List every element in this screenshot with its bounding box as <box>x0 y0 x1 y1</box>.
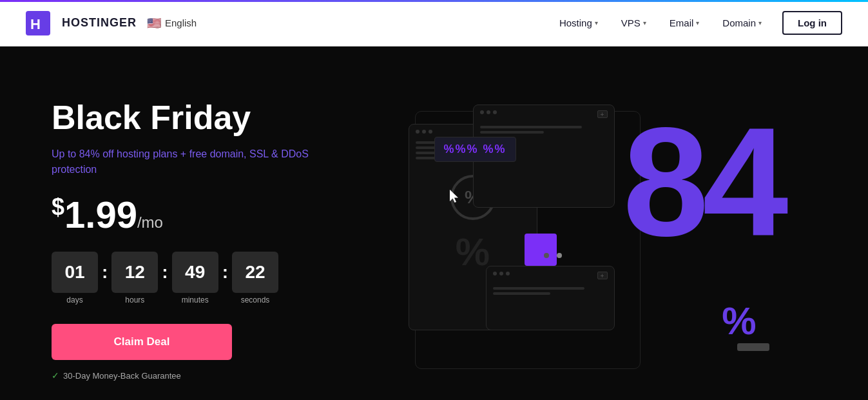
nav-vps-label: VPS <box>621 17 641 28</box>
minutes-box: 49 <box>172 252 218 293</box>
top-bar <box>0 0 868 2</box>
chevron-down-icon: ▾ <box>595 19 598 26</box>
hours-label: hours <box>125 295 144 305</box>
price-dollar-sign: $ <box>52 194 64 220</box>
hours-box: 12 <box>111 252 158 293</box>
hero-content: Black Friday Up to 84% off hosting plans… <box>52 99 361 381</box>
main-nav: Hosting ▾ VPS ▾ Email ▾ Domain ▾ Log in <box>550 11 842 35</box>
card-top-dot-1 <box>480 110 484 114</box>
card-top-lines <box>474 123 614 136</box>
nav-vps[interactable]: VPS ▾ <box>612 12 655 34</box>
language-label: English <box>165 17 197 28</box>
browser-plus[interactable]: + <box>597 272 608 279</box>
hero-title: Black Friday <box>52 99 361 136</box>
card-dot-1 <box>416 130 420 134</box>
browser-line-2 <box>493 292 550 295</box>
flag-icon: 🇺🇸 <box>147 16 161 30</box>
header: H HOSTINGER 🇺🇸 English Hosting ▾ VPS ▾ E… <box>0 0 868 46</box>
browser-dot-1 <box>493 272 497 275</box>
logo-icon[interactable]: H <box>26 11 50 35</box>
minutes-label: minutes <box>182 295 209 305</box>
logo-area: H HOSTINGER <box>26 11 137 35</box>
countdown-hours: 12 hours <box>111 252 158 305</box>
card-top-dot-2 <box>487 110 490 114</box>
browser-line-1 <box>493 287 584 290</box>
plus-icon: + <box>601 111 604 118</box>
hero-section: Black Friday Up to 84% off hosting plans… <box>0 46 868 400</box>
nav-domain[interactable]: Domain ▾ <box>713 12 771 34</box>
nav-email-label: Email <box>670 17 694 28</box>
ui-card-browser: + <box>486 266 615 330</box>
nav-email[interactable]: Email ▾ <box>661 12 709 34</box>
seconds-label: seconds <box>241 295 270 305</box>
countdown-days: 01 days <box>52 252 98 305</box>
card-dot-3 <box>429 130 432 134</box>
price-value: 1.99 <box>64 194 137 235</box>
gray-bar-bottom <box>737 343 769 351</box>
checkmark-icon: ✓ <box>52 370 59 381</box>
nav-hosting-label: Hosting <box>559 17 592 28</box>
days-label: days <box>66 295 82 305</box>
browser-dot-3 <box>506 272 510 275</box>
chevron-down-icon: ▾ <box>758 19 762 26</box>
purple-accent-box <box>525 234 557 266</box>
login-button[interactable]: Log in <box>782 11 842 35</box>
card-tl-1 <box>480 126 582 128</box>
countdown-seconds: 22 seconds <box>232 252 278 305</box>
hero-illustration: %%% %% % % <box>361 85 816 395</box>
card-top-plus[interactable]: + <box>597 110 608 118</box>
hostinger-logo-svg: H <box>26 11 50 35</box>
price-display: $1.99/mo <box>52 195 361 234</box>
percent-bar-text: %%% %% <box>444 143 506 155</box>
cursor-svg <box>447 188 463 204</box>
countdown-minutes: 49 minutes <box>172 252 218 305</box>
money-back-guarantee: ✓ 30-Day Money-Back Guarantee <box>52 370 361 381</box>
percent-bar: %%% %% <box>434 137 516 162</box>
illustration-container: %%% %% % % <box>396 98 782 382</box>
seconds-box: 22 <box>232 252 278 293</box>
card-top-dots: + <box>474 105 614 123</box>
separator-1: : <box>102 252 108 283</box>
separator-3: : <box>222 252 228 283</box>
countdown-timer: 01 days : 12 hours : 49 minutes : 22 sec… <box>52 252 361 305</box>
chevron-down-icon: ▾ <box>643 19 646 26</box>
connector-dot-2 <box>557 253 562 258</box>
nav-domain-label: Domain <box>722 17 756 28</box>
hero-subtitle: Up to 84% off hosting plans + free domai… <box>52 146 335 177</box>
card-dot-2 <box>422 130 426 134</box>
number-84: 84 <box>623 95 782 268</box>
card-tl-2 <box>480 131 544 134</box>
plus-icon-2: + <box>601 272 604 279</box>
logo-text: HOSTINGER <box>62 16 137 30</box>
chevron-down-icon: ▾ <box>696 19 699 26</box>
big-percent-sign: % <box>722 299 756 343</box>
card-top-dot-3 <box>493 110 497 114</box>
separator-2: : <box>162 252 168 283</box>
browser-dots: + <box>487 266 614 285</box>
days-box: 01 <box>52 252 98 293</box>
connector-dot-1 <box>544 253 549 258</box>
money-back-label: 30-Day Money-Back Guarantee <box>63 371 181 381</box>
browser-dot-2 <box>499 272 503 275</box>
language-selector[interactable]: 🇺🇸 English <box>147 16 197 30</box>
cursor-icon <box>447 188 463 208</box>
svg-text:H: H <box>30 16 41 32</box>
price-per-month: /mo <box>137 214 163 231</box>
nav-hosting[interactable]: Hosting ▾ <box>550 12 607 34</box>
claim-deal-button[interactable]: Claim Deal <box>52 324 232 360</box>
big-84-number: 84 <box>623 105 782 259</box>
browser-lines <box>487 285 614 297</box>
